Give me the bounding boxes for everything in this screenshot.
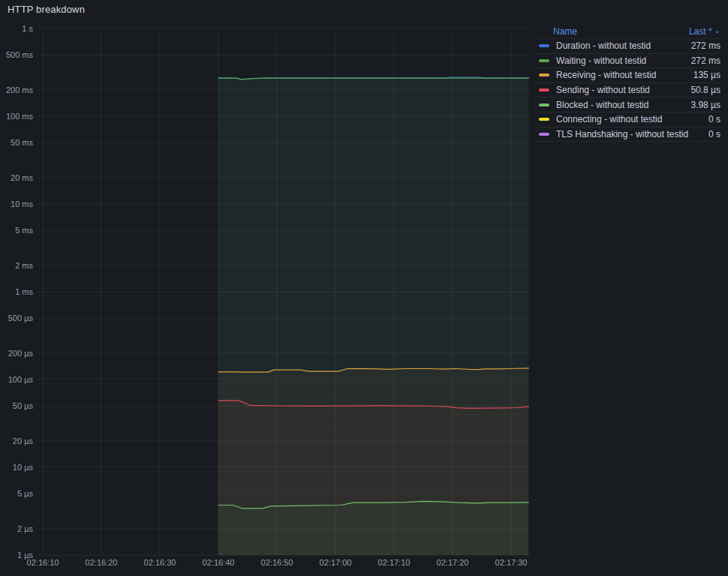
x-tick-label: 02:17:10 (378, 558, 411, 567)
legend-row[interactable]: Connecting - without testid0 s (536, 112, 720, 128)
legend-sort-name[interactable]: Name (553, 26, 577, 37)
series-color-marker-icon (539, 104, 549, 106)
x-tick-label: 02:17:00 (320, 558, 352, 567)
y-tick-label: 50 ms (0, 137, 33, 148)
y-tick-label: 500 µs (0, 313, 33, 323)
legend-last-value: 135 µs (693, 70, 720, 80)
y-tick-label: 20 ms (0, 172, 33, 183)
x-tick-label: 02:16:30 (144, 558, 176, 567)
legend-last-value: 0 s (708, 114, 720, 124)
y-tick-label: 1 s (0, 23, 33, 34)
legend-last-value: 0 s (708, 129, 720, 140)
grafana-panel: HTTP breakdown 1 s500 ms200 ms100 ms50 m… (0, 0, 728, 576)
legend-sort-last[interactable]: Last * ⌄ (689, 26, 720, 37)
y-tick-label: 200 ms (0, 85, 33, 95)
series-color-marker-icon (539, 133, 549, 136)
x-tick-label: 02:16:10 (27, 558, 59, 567)
legend-last-value: 272 ms (691, 56, 720, 66)
y-tick-label: 2 ms (0, 260, 33, 271)
y-tick-label: 2 µs (0, 524, 33, 534)
legend-row[interactable]: Receiving - without testid135 µs (536, 68, 720, 83)
chevron-down-icon: ⌄ (714, 27, 720, 34)
legend-last-value: 50.8 µs (690, 85, 720, 95)
y-tick-label: 5 ms (0, 225, 33, 236)
y-tick-label: 100 µs (0, 374, 33, 385)
legend-series-name[interactable]: Sending - without testid (556, 85, 690, 95)
legend-table: Name Last * ⌄ Duration - without testid2… (536, 24, 720, 142)
y-tick-label: 100 ms (0, 111, 33, 122)
x-tick-label: 02:16:50 (261, 558, 293, 567)
legend-sort-last-label: Last * (689, 26, 712, 37)
series-color-marker-icon (539, 74, 549, 76)
legend-rows: Duration - without testid272 msWaiting -… (536, 39, 720, 142)
x-tick-label: 02:16:20 (86, 558, 118, 567)
legend-series-name[interactable]: TLS Handshaking - without testid (556, 129, 708, 140)
series-color-marker-icon (539, 44, 549, 47)
legend-series-name[interactable]: Waiting - without testid (556, 56, 691, 66)
x-tick-label: 02:17:30 (495, 558, 528, 567)
legend-series-name[interactable]: Receiving - without testid (556, 70, 693, 80)
legend-series-name[interactable]: Connecting - without testid (556, 114, 708, 124)
y-tick-label: 50 µs (0, 400, 33, 411)
legend-row[interactable]: Sending - without testid50.8 µs (536, 83, 720, 98)
y-tick-label: 5 µs (0, 488, 33, 499)
legend-header: Name Last * ⌄ (536, 24, 720, 39)
legend-series-name[interactable]: Blocked - without testid (556, 100, 690, 110)
legend-row[interactable]: Duration - without testid272 ms (536, 39, 720, 54)
y-tick-label: 10 ms (0, 199, 33, 209)
series-color-marker-icon (539, 118, 549, 121)
y-tick-label: 200 µs (0, 348, 33, 358)
x-tick-label: 02:17:20 (437, 558, 469, 567)
y-tick-label: 500 ms (0, 50, 33, 60)
legend-row[interactable]: Waiting - without testid272 ms (536, 54, 720, 69)
series-fill-blocked (218, 501, 528, 555)
legend-row[interactable]: TLS Handshaking - without testid0 s (536, 128, 720, 142)
legend-last-value: 272 ms (691, 40, 720, 51)
legend-last-value: 3.98 µs (690, 100, 720, 110)
y-tick-label: 10 µs (0, 462, 33, 472)
legend-series-name[interactable]: Duration - without testid (556, 40, 691, 51)
legend-row[interactable]: Blocked - without testid3.98 µs (536, 98, 720, 112)
y-tick-label: 20 µs (0, 436, 33, 446)
series-color-marker-icon (539, 59, 549, 62)
x-tick-label: 02:16:40 (203, 558, 235, 567)
series-color-marker-icon (539, 88, 549, 92)
y-tick-label: 1 ms (0, 286, 33, 297)
